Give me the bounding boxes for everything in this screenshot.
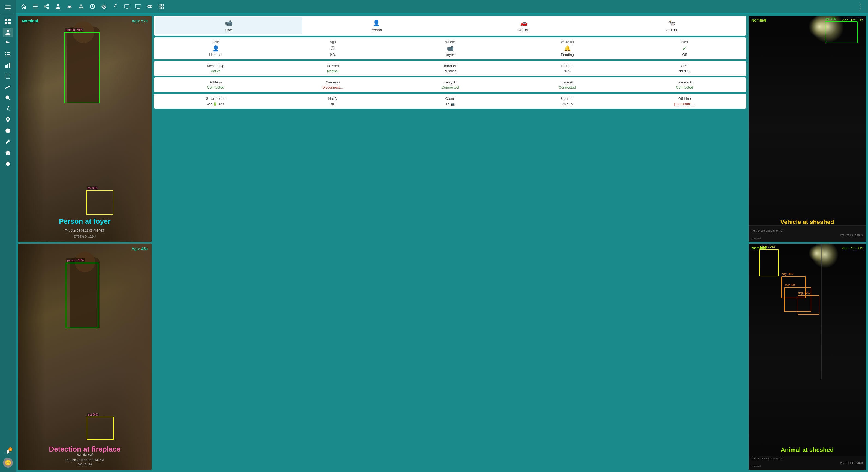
svg-point-23 [8, 107, 9, 108]
topnav-grid[interactable] [156, 2, 166, 11]
addon-label: Add-On [210, 80, 222, 84]
level-icon: 👤 [212, 45, 219, 52]
svg-point-51 [149, 6, 151, 7]
sidebar-item-play[interactable] [3, 126, 13, 136]
topnav-settings[interactable] [99, 2, 108, 11]
where-icon: 📹 [447, 45, 454, 52]
topnav-collapse[interactable] [31, 2, 40, 11]
svg-rect-8 [6, 52, 10, 53]
tab-vehicle-icon: 🚗 [520, 20, 528, 27]
info-card-status: Level 👤 Nominal Ago ⏱ 57s Where 📹 foyer [154, 37, 746, 59]
sidebar-item-wrench[interactable] [3, 137, 13, 147]
wakeup-icon: 🔔 [564, 45, 571, 52]
svg-rect-10 [6, 56, 10, 57]
topnav-alert[interactable] [76, 2, 86, 11]
camera-feed-sheshed-animal[interactable]: person: 26% dog: 25% dog: 33% dog: 17% [749, 244, 866, 470]
svg-rect-29 [33, 5, 38, 5]
topnav-person[interactable] [54, 2, 63, 11]
svg-rect-52 [159, 4, 161, 6]
sidebar-item-person[interactable] [3, 28, 13, 37]
topnav-home[interactable] [19, 2, 28, 11]
sidebar-item-dashboard[interactable] [3, 17, 13, 26]
info-card-ai: Add-On Connected Cameras Disconnect… Ent… [154, 78, 746, 92]
svg-rect-6 [8, 22, 11, 24]
sidebar-item-location[interactable] [3, 115, 13, 125]
sidebar-item-analytics[interactable] [3, 82, 13, 92]
svg-rect-18 [6, 75, 9, 75]
fireplace-sublabel: [car: dancer] [76, 453, 93, 456]
person-box: person: 26% [760, 249, 779, 276]
camera-feed-foyer[interactable]: Nominal Ago: 57s person: 79% pot 85% Per… [18, 16, 152, 242]
entity-ai-label: Entity AI [443, 80, 457, 84]
camera-feed-sheshed-vehicle[interactable]: car: 17% Nominal Ago: 1m: 21s Vehicle at… [749, 16, 866, 242]
sidebar-item-home[interactable] [3, 148, 13, 157]
sidebar-menu-button[interactable] [3, 2, 13, 12]
sidebar-item-flag[interactable] [3, 38, 13, 48]
svg-point-43 [103, 6, 105, 7]
sidebar-item-chart[interactable] [3, 60, 13, 70]
svg-point-38 [68, 7, 69, 9]
svg-point-21 [6, 96, 9, 99]
camera-feed-sheshed-animal-bg: person: 26% dog: 25% dog: 33% dog: 17% [749, 244, 866, 470]
svg-point-11 [5, 52, 6, 53]
topnav-vehicle[interactable] [65, 2, 74, 11]
ago-header: Ago [330, 40, 336, 44]
tab-live-label: Live [225, 28, 232, 32]
tab-person-icon: 👤 [373, 20, 380, 27]
sidebar-notification-bell[interactable]: 1 [3, 447, 13, 457]
svg-rect-31 [33, 8, 38, 8]
fireplace-object-box: pot 86% [87, 417, 114, 440]
svg-rect-4 [8, 19, 11, 21]
content-area: Nominal Ago: 57s person: 79% pot 85% Per… [16, 13, 868, 472]
sidebar-item-run[interactable] [3, 104, 13, 114]
topnav-more-button[interactable]: ⋮ [856, 2, 865, 11]
uptime-value: 98.4 % [562, 102, 573, 106]
info-face-ai: Face AI Connected [509, 80, 625, 89]
topnav-display[interactable] [122, 2, 131, 11]
tab-live[interactable]: 📹 Live [155, 18, 302, 34]
sidebar-item-log[interactable] [3, 71, 13, 81]
svg-rect-0 [5, 5, 11, 6]
messaging-label: Messaging [207, 64, 224, 68]
sidebar-item-gear[interactable] [3, 158, 13, 168]
info-storage: Storage 70 % [509, 64, 625, 73]
info-card-stats: Smartphone 0/2 🔋; 0% Notify all Count 16… [154, 94, 746, 109]
tab-live-icon: 📹 [225, 20, 232, 27]
topnav-clock[interactable] [88, 2, 97, 11]
svg-point-7 [7, 30, 9, 32]
tab-animal[interactable]: 🐄 Animal [598, 18, 745, 34]
svg-point-24 [7, 118, 9, 120]
topnav-share[interactable] [42, 2, 51, 11]
event-type-tabs: 📹 Live 👤 Person 🚗 Vehicle 🐄 Animal [154, 16, 746, 36]
face-ai-value: Connected [559, 85, 576, 89]
topnav-eye[interactable] [145, 2, 154, 11]
info-uptime: Up-time 98.4 % [509, 96, 625, 106]
notification-badge: 1 [8, 447, 12, 451]
sidebar-item-search[interactable] [3, 93, 13, 103]
camera-feed-fireplace[interactable]: Ago: 45s person: 38% pot 86% Detection a… [18, 244, 152, 470]
notify-value: all [331, 102, 335, 106]
svg-point-41 [81, 7, 81, 8]
sidebar-item-list[interactable] [3, 49, 13, 59]
tab-vehicle[interactable]: 🚗 Vehicle [451, 18, 597, 34]
alert-icon: ✓ [682, 45, 687, 52]
wakeup-header: Wake-up [561, 40, 574, 44]
internet-value: Normal [327, 69, 339, 73]
info-internet: Internet Normal [275, 64, 391, 73]
topnav-walk[interactable] [111, 2, 120, 11]
tab-person[interactable]: 👤 Person [303, 18, 450, 34]
dog-box-3: dog: 17% [798, 295, 819, 315]
info-addon: Add-On Connected [158, 80, 274, 89]
info-wakeup: Wake-up 🔔 Pending [509, 40, 625, 57]
user-avatar[interactable]: 😊 [3, 458, 13, 468]
storage-value: 70 % [563, 69, 571, 73]
sheshed-vehicle-timestamp: 2021-01-28 19:25:24 [840, 234, 863, 237]
ago-value: 57s [330, 52, 336, 57]
face-ai-label: Face AI [561, 80, 573, 84]
notify-label: Notify [328, 96, 337, 101]
dog-label-2: dog: 33% [784, 284, 796, 287]
svg-line-22 [8, 98, 10, 100]
license-ai-label: License AI [676, 80, 693, 84]
svg-rect-55 [162, 7, 163, 9]
topnav-monitor[interactable] [133, 2, 143, 11]
